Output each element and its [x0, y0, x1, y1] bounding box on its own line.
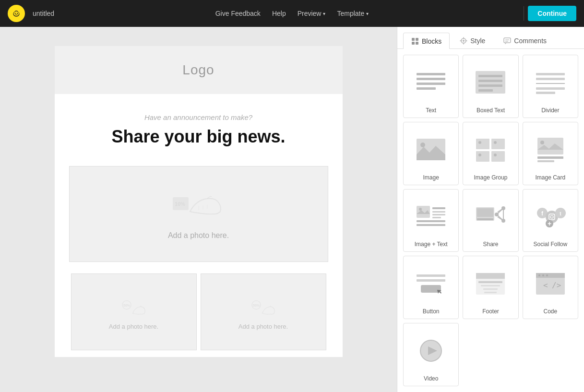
svg-rect-83	[481, 285, 500, 286]
nav-divider	[524, 6, 524, 21]
svg-point-19	[463, 40, 465, 42]
svg-point-39	[420, 143, 425, 147]
svg-text:/>: />	[552, 281, 561, 290]
comments-icon	[503, 37, 511, 45]
svg-point-45	[494, 141, 497, 144]
svg-rect-61	[477, 208, 493, 217]
svg-rect-76	[417, 274, 445, 277]
svg-rect-25	[417, 83, 445, 85]
svg-rect-41	[491, 139, 505, 149]
divider-block-icon	[527, 61, 574, 104]
image-block-half-2[interactable]: 50% Add a photo here.	[201, 273, 326, 350]
preview-chevron-icon: ▾	[323, 11, 325, 16]
logo-block[interactable]: Logo	[55, 46, 343, 94]
svg-rect-33	[536, 78, 565, 80]
svg-rect-55	[432, 211, 445, 213]
image-placeholder-icon-3: 50%	[244, 294, 283, 323]
footer-block-icon	[467, 262, 514, 305]
svg-rect-84	[483, 288, 498, 290]
hero-block[interactable]: Have an announcement to make? Share your…	[55, 94, 343, 156]
block-item-social-follow[interactable]: f t + Social Follow	[523, 189, 578, 252]
image-card-block-label: Image Card	[535, 174, 565, 181]
code-block-icon: < />	[527, 262, 574, 305]
block-item-image[interactable]: Image	[403, 122, 459, 185]
svg-rect-57	[432, 217, 441, 218]
svg-point-47	[494, 154, 497, 156]
block-item-footer[interactable]: Footer	[463, 256, 518, 319]
svg-point-44	[478, 141, 481, 144]
block-item-video[interactable]: Video	[403, 323, 459, 386]
block-item-image-group[interactable]: Image Group	[463, 122, 518, 185]
mailchimp-logo[interactable]	[8, 5, 25, 22]
svg-rect-29	[478, 80, 502, 82]
social-follow-block-label: Social Follow	[533, 241, 567, 248]
svg-rect-77	[417, 279, 445, 282]
image-group-block-label: Image Group	[474, 174, 507, 181]
svg-rect-35	[536, 87, 565, 90]
svg-rect-28	[478, 75, 502, 77]
block-item-share[interactable]: Share	[463, 189, 518, 252]
email-canvas[interactable]: Logo Have an announcement to make? Share…	[55, 46, 343, 357]
image-block-full[interactable]: 10% Add a photo here.	[69, 166, 328, 262]
svg-rect-42	[476, 151, 489, 162]
svg-rect-54	[432, 207, 445, 209]
block-item-boxed-text[interactable]: Boxed Text	[463, 55, 518, 118]
image-text-block-label: Image + Text	[415, 241, 448, 248]
share-block-icon	[467, 195, 514, 238]
image-block-label: Image	[423, 174, 439, 181]
video-block-icon	[407, 329, 454, 372]
divider-block-label: Divider	[541, 107, 559, 114]
block-item-code[interactable]: < /> Code	[523, 256, 578, 319]
tab-blocks-label: Blocks	[422, 37, 441, 45]
social-follow-block-icon: f t +	[527, 195, 574, 238]
svg-rect-51	[537, 160, 554, 162]
image-block-half-1[interactable]: 50% Add a photo here.	[71, 273, 197, 350]
tab-style[interactable]: Style	[452, 33, 493, 48]
svg-point-46	[478, 154, 481, 156]
sidebar-tabs: Blocks Style Comments	[397, 27, 584, 49]
style-icon	[460, 37, 467, 45]
text-block-icon	[407, 61, 454, 104]
svg-point-71	[554, 214, 555, 215]
image-text-block-icon	[407, 195, 454, 238]
boxed-text-block-icon	[467, 61, 514, 104]
svg-rect-59	[417, 224, 445, 226]
preview-dropdown[interactable]: Preview ▾	[298, 10, 326, 17]
code-block-label: Code	[543, 308, 557, 315]
svg-point-2	[15, 13, 16, 14]
svg-rect-23	[417, 73, 445, 75]
template-label: Template	[337, 10, 364, 17]
svg-rect-62	[477, 218, 493, 220]
feedback-link[interactable]: Give Feedback	[215, 10, 261, 17]
svg-rect-82	[478, 281, 502, 283]
block-item-button[interactable]: Button	[403, 256, 459, 319]
image-placeholder-icon: 10%	[170, 188, 227, 226]
template-dropdown[interactable]: Template ▾	[337, 10, 369, 17]
svg-rect-24	[417, 78, 445, 80]
block-item-image-text[interactable]: Image + Text	[403, 189, 459, 252]
tab-comments[interactable]: Comments	[495, 33, 555, 48]
top-navigation: untitled Give Feedback Help Preview ▾ Te…	[0, 0, 584, 27]
svg-rect-50	[537, 156, 563, 159]
tab-blocks[interactable]: Blocks	[403, 33, 450, 49]
svg-rect-17	[416, 42, 418, 45]
block-item-divider[interactable]: Divider	[523, 55, 578, 118]
help-link[interactable]: Help	[272, 10, 286, 17]
svg-text:10%: 10%	[175, 201, 185, 207]
add-photo-label-1: Add a photo here.	[168, 231, 229, 240]
block-item-text[interactable]: Text	[403, 55, 459, 118]
button-block-icon	[407, 262, 454, 305]
svg-rect-85	[484, 292, 497, 293]
blocks-grid: Text Boxed Text	[397, 49, 584, 392]
svg-text:50%: 50%	[252, 304, 260, 307]
svg-point-3	[17, 13, 18, 14]
svg-rect-56	[432, 214, 445, 215]
image-row-block[interactable]: 50% Add a photo here. 50% Add a photo he…	[69, 272, 328, 352]
image-card-block-icon	[527, 128, 574, 171]
block-item-image-card[interactable]: Image Card	[523, 122, 578, 185]
hero-subtitle: Have an announcement to make?	[83, 113, 314, 121]
svg-point-88	[538, 274, 540, 276]
continue-button[interactable]: Continue	[528, 6, 576, 21]
svg-rect-48	[537, 138, 563, 154]
topnav-center-links: Give Feedback Help Preview ▾ Template ▾	[215, 10, 369, 17]
